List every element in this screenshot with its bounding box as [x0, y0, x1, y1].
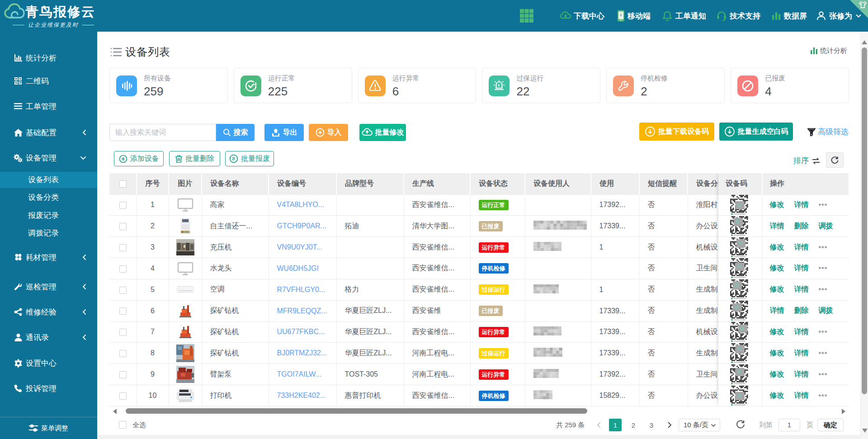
svg-text:废: 废 — [232, 156, 236, 161]
